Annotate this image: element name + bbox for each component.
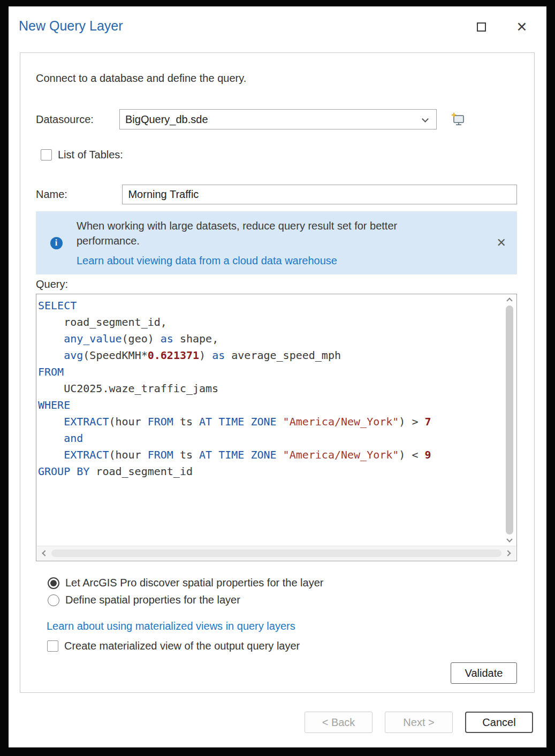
- banner-message: When working with large datasets, reduce…: [77, 218, 451, 248]
- back-button[interactable]: < Back: [305, 712, 372, 733]
- radio-discover-label: Let ArcGIS Pro discover spatial properti…: [65, 577, 323, 589]
- name-label: Name:: [36, 188, 122, 201]
- list-of-tables-row: List of Tables:: [41, 149, 517, 161]
- datasource-value: BigQuery_db.sde: [125, 113, 208, 126]
- maximize-icon: [477, 22, 486, 32]
- code-line: avg(SpeedKMH*0.621371) as average_speed_…: [38, 347, 501, 364]
- spatial-properties-options: Let ArcGIS Pro discover spatial properti…: [48, 577, 517, 606]
- horizontal-scrollbar[interactable]: [37, 546, 516, 560]
- materialized-views-link[interactable]: Learn about using materialized views in …: [47, 620, 295, 632]
- code-line: GROUP BY road_segment_id: [38, 463, 501, 480]
- info-icon-column: i: [36, 211, 77, 274]
- radio-row-discover: Let ArcGIS Pro discover spatial properti…: [48, 577, 517, 589]
- footer-buttons: < Back Next > Cancel: [305, 712, 533, 733]
- radio-row-define: Define spatial properties for the layer: [48, 594, 517, 606]
- vertical-scrollbar[interactable]: [504, 296, 515, 544]
- banner-text: When working with large datasets, reduce…: [77, 211, 490, 274]
- code-line: road_segment_id,: [38, 314, 501, 331]
- vertical-scrollbar-thumb[interactable]: [506, 306, 513, 534]
- next-button[interactable]: Next >: [385, 712, 453, 733]
- datasource-dropdown[interactable]: BigQuery_db.sde: [119, 109, 437, 129]
- titlebar: New Query Layer ✕: [9, 6, 546, 52]
- datasource-row: Datasource: BigQuery_db.sde: [36, 109, 517, 129]
- code-line: EXTRACT(hour FROM ts AT TIME ZONE "Ameri…: [38, 447, 501, 463]
- radio-discover[interactable]: [48, 577, 59, 589]
- code-line: UC2025.waze_traffic_jams: [38, 380, 501, 397]
- dialog-title: New Query Layer: [19, 18, 123, 34]
- maximize-button[interactable]: [475, 20, 488, 33]
- materialized-checkbox-label: Create materialized view of the output q…: [64, 640, 300, 652]
- code-line: SELECT: [38, 297, 501, 314]
- dialog-body: Connect to a database and define the que…: [20, 52, 535, 693]
- info-icon: i: [50, 237, 63, 249]
- horizontal-scrollbar-thumb[interactable]: [51, 549, 501, 557]
- code-line: WHERE: [38, 397, 501, 414]
- new-query-layer-dialog: New Query Layer ✕ Connect to a database …: [9, 6, 546, 747]
- close-icon: ✕: [516, 20, 528, 34]
- list-of-tables-label: List of Tables:: [58, 149, 123, 161]
- window-controls: ✕: [475, 20, 528, 33]
- chevron-down-icon: [422, 116, 429, 123]
- intro-text: Connect to a database and define the que…: [36, 72, 517, 85]
- query-code: SELECT road_segment_id, any_value(geo) a…: [38, 297, 501, 544]
- validate-button[interactable]: Validate: [451, 662, 517, 684]
- chevron-up-icon[interactable]: [506, 297, 512, 303]
- chevron-left-icon[interactable]: [42, 550, 48, 556]
- code-line: and: [38, 430, 501, 447]
- radio-define-label: Define spatial properties for the layer: [65, 594, 240, 606]
- materialized-checkbox[interactable]: [47, 640, 58, 652]
- name-row: Name:: [36, 185, 517, 204]
- chevron-down-icon[interactable]: [506, 536, 512, 542]
- code-line: EXTRACT(hour FROM ts AT TIME ZONE "Ameri…: [38, 414, 501, 430]
- query-label: Query:: [36, 278, 517, 291]
- name-input[interactable]: [122, 185, 517, 204]
- banner-learn-link[interactable]: Learn about viewing data from a cloud da…: [77, 255, 337, 267]
- cancel-button[interactable]: Cancel: [465, 712, 533, 733]
- code-line: any_value(geo) as shape,: [38, 331, 501, 347]
- materialized-checkbox-row: Create materialized view of the output q…: [47, 640, 517, 652]
- query-editor[interactable]: SELECT road_segment_id, any_value(geo) a…: [36, 294, 517, 561]
- validate-row: Validate: [36, 662, 517, 684]
- info-banner: i When working with large datasets, redu…: [36, 211, 517, 274]
- radio-define[interactable]: [48, 594, 59, 606]
- chevron-right-icon[interactable]: [505, 550, 511, 556]
- database-connection-icon[interactable]: [450, 111, 466, 127]
- banner-close-icon[interactable]: ✕: [497, 237, 506, 249]
- datasource-label: Datasource:: [36, 113, 119, 126]
- code-line: FROM: [38, 364, 501, 380]
- close-button[interactable]: ✕: [515, 20, 528, 33]
- list-of-tables-checkbox[interactable]: [41, 149, 52, 161]
